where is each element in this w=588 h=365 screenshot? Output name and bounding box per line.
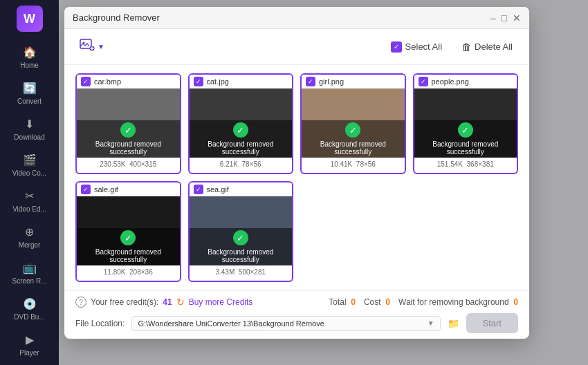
window-controls: – □ ✕: [490, 13, 521, 23]
image-preview-car: ✓ Background removed successfully: [77, 88, 180, 158]
start-button[interactable]: Start: [466, 313, 518, 333]
app-logo: W: [17, 6, 43, 32]
success-overlay-cat: ✓ Background removed successfully: [190, 120, 293, 158]
sidebar: W 🏠 Home 🔄 Convert ⬇ Download 🎬 Video Co…: [0, 0, 59, 365]
dropdown-arrow-icon: ▼: [428, 319, 434, 327]
card-checkbox-girl[interactable]: ✓: [306, 77, 315, 86]
file-path-display: G:\Wondershare UniConverter 13\Backgroun…: [131, 316, 440, 331]
image-card-car[interactable]: ✓ car.bmp ✓ Background removed successfu…: [75, 73, 181, 174]
trash-icon: 🗑: [461, 41, 471, 53]
total-label: Total: [329, 297, 346, 307]
success-check-sale: ✓: [120, 230, 136, 245]
credits-label: Your free credit(s):: [91, 297, 158, 307]
image-meta-cat: 6.21K 78×56: [190, 158, 293, 171]
sidebar-item-label: Player: [19, 349, 39, 357]
image-card-cat[interactable]: ✓ cat.jpg ✓ Background removed successfu…: [188, 73, 294, 174]
image-preview-sale: ✓ Background removed successfully: [77, 196, 180, 265]
success-check-people: ✓: [458, 122, 473, 138]
card-filename-people: people.png: [432, 77, 469, 86]
image-card-sea[interactable]: ✓ sea.gif ✓ Background removed successfu…: [188, 181, 294, 282]
sidebar-item-label: Screen R...: [12, 277, 46, 285]
success-overlay-car: ✓ Background removed successfully: [77, 120, 180, 158]
select-all-label: Select All: [405, 41, 442, 52]
sidebar-item-player[interactable]: ▶ Player: [0, 326, 59, 362]
download-icon: ⬇: [22, 116, 37, 131]
sidebar-item-merger[interactable]: ⊕ Merger: [0, 218, 59, 254]
home-icon: 🏠: [22, 44, 37, 59]
card-header-cat: ✓ cat.jpg: [190, 75, 293, 88]
success-overlay-girl: ✓ Background removed successfully: [302, 120, 405, 158]
sidebar-item-video-comp[interactable]: 🎬 Video Co...: [0, 147, 59, 182]
card-filename-sale: sale.gif: [94, 185, 118, 194]
card-checkbox-sea[interactable]: ✓: [194, 185, 203, 194]
success-overlay-people: ✓ Background removed successfully: [414, 120, 517, 158]
merger-icon: ⊕: [22, 224, 37, 239]
minimize-button[interactable]: –: [490, 13, 496, 23]
credits-help-icon[interactable]: ?: [75, 297, 86, 308]
sidebar-item-home[interactable]: 🏠 Home: [0, 39, 59, 75]
credits-count: 41: [163, 297, 172, 307]
image-meta-sea: 3.43M 500×281: [190, 265, 293, 279]
image-grid: ✓ car.bmp ✓ Background removed successfu…: [64, 65, 529, 290]
image-meta-people: 151.54K 368×381: [414, 158, 517, 171]
image-preview-sea: ✓ Background removed successfully: [190, 196, 293, 265]
image-card-people[interactable]: ✓ people.png ✓ Background removed succes…: [413, 73, 519, 174]
success-overlay-sale: ✓ Background removed successfully: [77, 228, 180, 265]
browse-folder-icon[interactable]: 📁: [448, 318, 459, 329]
image-card-sale[interactable]: ✓ sale.gif ✓ Background removed successf…: [75, 181, 181, 282]
refresh-icon[interactable]: ↻: [176, 297, 185, 308]
sidebar-item-screen[interactable]: 📺 Screen R...: [0, 254, 59, 290]
card-header-car: ✓ car.bmp: [77, 75, 180, 88]
sidebar-item-label: Download: [14, 133, 44, 141]
card-checkbox-cat[interactable]: ✓: [194, 77, 203, 86]
card-checkbox-people[interactable]: ✓: [419, 77, 428, 86]
card-header-sale: ✓ sale.gif: [77, 182, 180, 196]
sidebar-item-label: Merger: [19, 241, 41, 249]
card-checkbox-car[interactable]: ✓: [81, 77, 91, 86]
modal-titlebar: Background Remover – □ ✕: [64, 7, 529, 29]
card-header-people: ✓ people.png: [414, 75, 517, 88]
delete-all-button[interactable]: 🗑 Delete All: [456, 39, 518, 55]
card-filename-girl: girl.png: [319, 77, 344, 86]
sidebar-item-dvd[interactable]: 💿 DVD Bu...: [0, 290, 59, 326]
credits-stats: Total 0 Cost 0 Wait for removing backgro…: [329, 297, 518, 307]
card-checkbox-sale[interactable]: ✓: [81, 185, 91, 194]
modal-footer: ? Your free credit(s): 41 ↻ Buy more Cre…: [64, 290, 529, 339]
sidebar-item-label: Video Co...: [12, 169, 46, 177]
video-edit-icon: ✂: [22, 188, 37, 203]
main-area: ...awaits ...ence ...ound. ...data ...et…: [59, 0, 588, 365]
sidebar-item-label: DVD Bu...: [14, 313, 44, 321]
image-meta-girl: 10.41K 78×56: [302, 158, 405, 171]
player-icon: ▶: [22, 332, 37, 347]
success-text-car: Background removed successfully: [79, 140, 178, 156]
add-file-icon: [80, 37, 95, 56]
add-files-button[interactable]: ▼: [75, 35, 109, 59]
toolbar-right: ✓ Select All 🗑 Delete All: [385, 39, 518, 55]
sidebar-item-download[interactable]: ⬇ Download: [0, 111, 59, 147]
modal-title: Background Remover: [73, 12, 160, 23]
sidebar-item-toolbox[interactable]: 🔧 Toolbox: [0, 362, 59, 365]
success-check-cat: ✓: [233, 122, 248, 138]
video-comp-icon: 🎬: [22, 152, 37, 167]
file-location-row: File Location: G:\Wondershare UniConvert…: [75, 313, 518, 333]
convert-icon: 🔄: [22, 80, 37, 95]
maximize-button[interactable]: □: [502, 13, 507, 23]
success-text-cat: Background removed successfully: [192, 140, 291, 156]
image-meta-car: 230.53K 400×315: [77, 158, 180, 171]
sidebar-item-convert[interactable]: 🔄 Convert: [0, 75, 59, 111]
success-check-car: ✓: [120, 122, 136, 138]
card-filename-cat: cat.jpg: [207, 77, 229, 86]
file-path-text: G:\Wondershare UniConverter 13\Backgroun…: [138, 319, 324, 328]
select-all-check-icon: ✓: [391, 41, 402, 53]
image-card-girl[interactable]: ✓ girl.png ✓ Background removed successf…: [300, 73, 406, 174]
select-all-button[interactable]: ✓ Select All: [385, 39, 448, 55]
success-text-sale: Background removed successfully: [79, 248, 178, 263]
close-button[interactable]: ✕: [513, 13, 521, 23]
card-filename-car: car.bmp: [94, 77, 121, 86]
success-text-people: Background removed successfully: [416, 140, 515, 156]
buy-credits-link[interactable]: Buy more Credits: [189, 297, 253, 307]
dvd-icon: 💿: [22, 296, 37, 311]
sidebar-item-video-edit[interactable]: ✂ Video Ed...: [0, 182, 59, 218]
sidebar-item-label: Convert: [17, 97, 42, 105]
image-preview-girl: ✓ Background removed successfully: [302, 88, 405, 158]
